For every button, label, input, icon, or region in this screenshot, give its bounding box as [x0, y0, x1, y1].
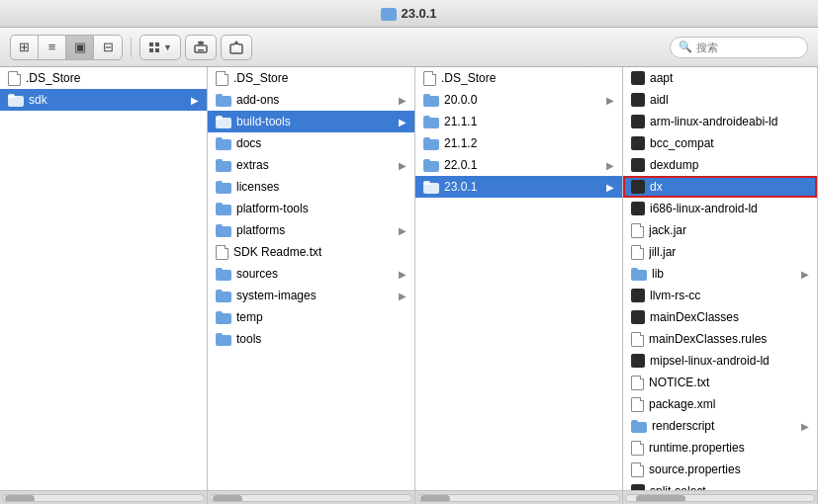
list-item[interactable]: llvm-rs-cc	[623, 285, 817, 306]
file-name: mipsel-linux-android-ld	[650, 354, 809, 368]
list-item[interactable]: mipsel-linux-android-ld	[623, 350, 817, 372]
list-item[interactable]: build-tools▶	[208, 111, 414, 132]
list-item[interactable]: extras▶	[208, 154, 414, 176]
list-item[interactable]: .DS_Store	[208, 67, 414, 89]
list-item[interactable]: licenses	[208, 176, 414, 198]
toolbar: ⊞ ≡ ▣ ⊟ ▼ 🔍	[0, 28, 818, 67]
list-item[interactable]: tools	[208, 328, 414, 350]
list-item[interactable]: 20.0.0▶	[415, 89, 622, 111]
col3-scrollbar[interactable]	[415, 490, 622, 504]
list-item[interactable]: i686-linux-android-ld	[623, 198, 817, 219]
file-name: runtime.properties	[649, 441, 809, 455]
search-input[interactable]	[696, 42, 799, 53]
list-item[interactable]: NOTICE.txt	[623, 372, 817, 393]
col4-scroll-track[interactable]	[625, 494, 815, 502]
share-icon	[229, 41, 243, 54]
arrow-icon: ▶	[399, 95, 407, 106]
list-item[interactable]: jill.jar	[623, 241, 817, 263]
list-item[interactable]: sources▶	[208, 263, 414, 285]
list-item[interactable]: source.properties	[623, 459, 817, 480]
list-item[interactable]: 22.0.1▶	[415, 154, 622, 176]
col3-scroll-track[interactable]	[417, 494, 620, 502]
list-item[interactable]: add-ons▶	[208, 89, 414, 111]
content-area: .DS_Store sdk▶ .DS_Store add-ons▶ build-…	[0, 67, 818, 504]
list-item[interactable]: dx	[623, 176, 817, 198]
arrow-icon: ▶	[191, 95, 199, 106]
arrow-icon: ▶	[399, 269, 407, 280]
list-item[interactable]: aapt	[623, 67, 817, 89]
col3-scroll-thumb[interactable]	[420, 495, 450, 502]
list-item[interactable]: 23.0.1▶	[415, 176, 622, 198]
list-item[interactable]: renderscript▶	[623, 415, 817, 437]
title-folder-icon	[381, 8, 397, 21]
list-item[interactable]: system-images▶	[208, 285, 414, 306]
list-item[interactable]: arm-linux-androideabi-ld	[623, 111, 817, 132]
file-name: aapt	[650, 71, 809, 85]
file-name: .DS_Store	[26, 71, 199, 85]
col1-scroll-track[interactable]	[2, 494, 205, 502]
list-item[interactable]: .DS_Store	[0, 67, 207, 89]
view-list-btn[interactable]: ≡	[39, 35, 66, 60]
file-name: build-tools	[236, 115, 395, 128]
list-item[interactable]: SDK Readme.txt	[208, 241, 414, 263]
file-name: bcc_compat	[650, 136, 809, 150]
col2-scroll-thumb[interactable]	[213, 495, 242, 502]
file-name: jill.jar	[649, 245, 809, 259]
list-item[interactable]: bcc_compat	[623, 132, 817, 154]
list-item[interactable]: split-select	[623, 480, 817, 490]
list-item[interactable]: platform-tools	[208, 198, 414, 219]
list-item[interactable]: temp	[208, 306, 414, 328]
arrange-btn[interactable]: ▼	[139, 35, 181, 60]
col4-scrollbar[interactable]	[623, 490, 817, 504]
arrow-icon: ▶	[399, 291, 407, 301]
col2-scroll-track[interactable]	[210, 494, 412, 502]
share-btn[interactable]	[221, 35, 252, 60]
arrow-icon: ▶	[399, 160, 407, 171]
list-item[interactable]: sdk▶	[0, 89, 207, 111]
col1-scrollbar[interactable]	[0, 490, 207, 504]
file-name: renderscript	[652, 419, 797, 433]
view-cover-btn[interactable]: ⊟	[94, 35, 122, 60]
column-3-items: .DS_Store 20.0.0▶ 21.1.1 21.1.2 22.0.1▶ …	[415, 67, 622, 490]
list-item[interactable]: lib▶	[623, 263, 817, 285]
list-item[interactable]: mainDexClasses.rules	[623, 328, 817, 350]
file-name: arm-linux-androideabi-ld	[650, 115, 809, 128]
file-name: .DS_Store	[441, 71, 614, 85]
toolbar-separator-1	[131, 38, 132, 57]
column-2: .DS_Store add-ons▶ build-tools▶ docs ext…	[208, 67, 415, 504]
svg-rect-6	[195, 45, 207, 52]
arrange-chevron: ▼	[163, 42, 172, 52]
view-icon-btn[interactable]: ⊞	[11, 35, 39, 60]
col2-scrollbar[interactable]	[208, 490, 414, 504]
list-item[interactable]: 21.1.1	[415, 111, 622, 132]
list-item[interactable]: mainDexClasses	[623, 306, 817, 328]
svg-marker-10	[233, 41, 239, 44]
svg-rect-3	[155, 48, 159, 52]
arrange-icon	[148, 41, 162, 54]
search-box[interactable]: 🔍	[670, 37, 808, 58]
file-name: add-ons	[236, 93, 395, 107]
list-item[interactable]: aidl	[623, 89, 817, 111]
file-name: 23.0.1	[444, 180, 602, 194]
list-item[interactable]: platforms▶	[208, 219, 414, 241]
list-item[interactable]: runtime.properties	[623, 437, 817, 459]
file-name: dx	[650, 180, 809, 194]
view-column-btn[interactable]: ▣	[66, 35, 94, 60]
action-btn[interactable]	[185, 35, 217, 60]
file-name: i686-linux-android-ld	[650, 202, 809, 215]
file-name: aidl	[650, 93, 809, 107]
svg-rect-1	[155, 42, 159, 46]
file-name: 21.1.2	[444, 136, 614, 150]
file-name: platforms	[236, 223, 395, 237]
list-item[interactable]: dexdump	[623, 154, 817, 176]
list-item[interactable]: 21.1.2	[415, 132, 622, 154]
list-item[interactable]: jack.jar	[623, 219, 817, 241]
list-item[interactable]: docs	[208, 132, 414, 154]
list-item[interactable]: package.xml	[623, 393, 817, 415]
arrow-icon: ▶	[801, 269, 809, 280]
window-title: 23.0.1	[401, 6, 436, 21]
col4-scroll-thumb[interactable]	[636, 495, 685, 502]
col1-scroll-thumb[interactable]	[5, 495, 35, 502]
list-item[interactable]: .DS_Store	[415, 67, 622, 89]
file-name: lib	[652, 267, 797, 281]
